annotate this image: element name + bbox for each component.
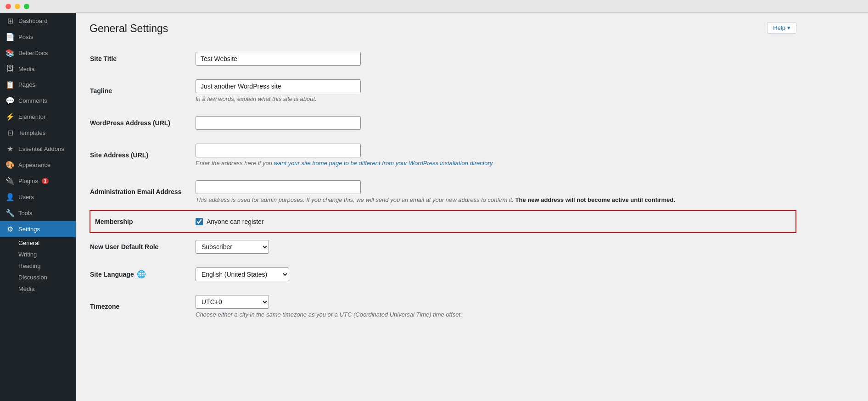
sidebar-item-elementor[interactable]: ⚡ Elementor	[0, 109, 76, 125]
new-user-role-cell: Subscriber Contributor Author Editor Adm…	[191, 233, 796, 261]
sidebar-item-label: Users	[18, 194, 34, 200]
wp-address-cell	[191, 109, 796, 137]
site-title-row: Site Title	[90, 45, 796, 72]
posts-icon: 📄	[6, 33, 15, 41]
templates-icon: ⊡	[6, 128, 15, 137]
sidebar-item-label: Comments	[18, 97, 47, 104]
sidebar-item-label: Templates	[18, 129, 45, 136]
sidebar-item-settings[interactable]: ⚙ Settings	[0, 221, 76, 237]
users-icon: 👤	[6, 193, 15, 201]
admin-email-input[interactable]	[196, 180, 361, 194]
tools-icon: 🔧	[6, 209, 15, 217]
writing-label: Writing	[18, 251, 37, 258]
plugins-badge: 1	[42, 178, 49, 184]
sidebar-item-label: Plugins	[18, 178, 38, 184]
membership-label: Membership	[90, 211, 191, 233]
settings-submenu: General Writing Reading Discussion Media	[0, 237, 76, 295]
appearance-icon: 🎨	[6, 161, 15, 169]
sidebar-item-essential-addons[interactable]: ★ Essential Addons	[0, 141, 76, 157]
sidebar-item-users[interactable]: 👤 Users	[0, 189, 76, 205]
new-user-role-select[interactable]: Subscriber Contributor Author Editor Adm…	[196, 240, 269, 254]
membership-cell: Anyone can register	[191, 211, 796, 233]
sidebar-item-tools[interactable]: 🔧 Tools	[0, 205, 76, 221]
site-address-label: Site Address (URL)	[90, 137, 191, 173]
sidebar-item-label: BetterDocs	[18, 50, 48, 56]
admin-email-desc-text: This address is used for admin purposes.…	[196, 196, 514, 203]
page-header: General Settings Help ▾	[90, 22, 796, 36]
media-icon: 🖼	[6, 65, 15, 73]
sidebar-item-label: Posts	[18, 33, 34, 40]
site-address-description: Enter the address here if you want your …	[196, 160, 791, 167]
sidebar-item-dashboard[interactable]: ⊞ Dashboard	[0, 13, 76, 29]
traffic-light-green[interactable]	[24, 4, 29, 9]
site-address-cell: Enter the address here if you want your …	[191, 137, 796, 173]
site-address-desc-after: .	[492, 160, 494, 167]
sidebar-item-pages[interactable]: 📋 Pages	[0, 77, 76, 93]
tagline-cell: In a few words, explain what this site i…	[191, 72, 796, 109]
membership-row: Membership Anyone can register	[90, 211, 796, 233]
sidebar-item-label: Appearance	[18, 162, 50, 168]
sidebar-item-label: Settings	[18, 226, 40, 233]
site-address-desc-before: Enter the address here if you	[196, 160, 274, 167]
essential-addons-icon: ★	[6, 145, 15, 153]
sidebar-item-appearance[interactable]: 🎨 Appearance	[0, 157, 76, 173]
sidebar-item-comments[interactable]: 💬 Comments	[0, 93, 76, 109]
sidebar-item-label: Essential Addons	[18, 145, 64, 152]
window-chrome	[0, 0, 868, 13]
page-title: General Settings	[90, 22, 168, 36]
comments-icon: 💬	[6, 96, 15, 105]
tagline-label: Tagline	[90, 72, 191, 109]
site-language-text: Site Language	[90, 271, 134, 278]
language-icon: 🌐	[137, 270, 146, 278]
site-title-input[interactable]	[196, 52, 361, 66]
membership-checkbox[interactable]	[196, 218, 203, 225]
site-address-desc-link[interactable]: want your site home page to be different…	[274, 160, 493, 167]
help-label: Help	[773, 24, 785, 31]
traffic-light-red[interactable]	[6, 4, 11, 9]
site-language-row: Site Language 🌐 English (United States) …	[90, 261, 796, 288]
main-content: General Settings Help ▾ Site Title Tagli…	[76, 0, 868, 401]
timezone-cell: UTC+0 UTC-5 UTC-8 UTC+1 UTC+5:30 Choose …	[191, 288, 796, 325]
sidebar-item-label: Media	[18, 66, 34, 72]
settings-icon: ⚙	[6, 225, 15, 234]
sidebar-item-writing[interactable]: Writing	[13, 249, 76, 260]
timezone-description: Choose either a city in the same timezon…	[196, 311, 791, 318]
betterdocs-icon: 📚	[6, 49, 15, 57]
timezone-row: Timezone UTC+0 UTC-5 UTC-8 UTC+1 UTC+5:3…	[90, 288, 796, 325]
site-title-cell	[191, 45, 796, 72]
new-user-role-label: New User Default Role	[90, 233, 191, 261]
tagline-input[interactable]	[196, 79, 361, 93]
site-address-input[interactable]	[196, 144, 361, 157]
site-language-label-cell: Site Language 🌐	[90, 261, 191, 288]
wp-address-row: WordPress Address (URL)	[90, 109, 796, 137]
tagline-row: Tagline In a few words, explain what thi…	[90, 72, 796, 109]
sidebar-item-general[interactable]: General	[13, 237, 76, 249]
sidebar-item-templates[interactable]: ⊡ Templates	[0, 125, 76, 141]
sidebar-item-betterdocs[interactable]: 📚 BetterDocs	[0, 45, 76, 61]
membership-checkbox-container: Anyone can register	[196, 218, 791, 225]
wp-address-input[interactable]	[196, 116, 361, 130]
timezone-select[interactable]: UTC+0 UTC-5 UTC-8 UTC+1 UTC+5:30	[196, 295, 269, 309]
sidebar-item-posts[interactable]: 📄 Posts	[0, 29, 76, 45]
membership-checkbox-label[interactable]: Anyone can register	[207, 218, 264, 225]
sidebar-item-reading[interactable]: Reading	[13, 260, 76, 272]
admin-email-row: Administration Email Address This addres…	[90, 173, 796, 211]
pages-icon: 📋	[6, 80, 15, 89]
site-language-cell: English (United States) English (UK) Spa…	[191, 261, 796, 288]
sidebar: ⊞ Dashboard 📄 Posts 📚 BetterDocs 🖼 Media…	[0, 0, 76, 401]
dashboard-icon: ⊞	[6, 17, 15, 25]
elementor-icon: ⚡	[6, 112, 15, 121]
admin-email-label: Administration Email Address	[90, 173, 191, 211]
traffic-light-yellow[interactable]	[15, 4, 20, 9]
sidebar-item-media[interactable]: 🖼 Media	[0, 61, 76, 77]
admin-email-cell: This address is used for admin purposes.…	[191, 173, 796, 211]
help-button[interactable]: Help ▾	[767, 22, 796, 33]
sidebar-item-media-sub[interactable]: Media	[13, 283, 76, 295]
general-label: General	[18, 239, 39, 246]
site-language-select[interactable]: English (United States) English (UK) Spa…	[196, 267, 289, 281]
reading-label: Reading	[18, 262, 40, 269]
media-sub-label: Media	[18, 285, 34, 292]
sidebar-item-discussion[interactable]: Discussion	[13, 272, 76, 283]
help-arrow-icon: ▾	[787, 24, 790, 31]
sidebar-item-plugins[interactable]: 🔌 Plugins 1	[0, 173, 76, 189]
